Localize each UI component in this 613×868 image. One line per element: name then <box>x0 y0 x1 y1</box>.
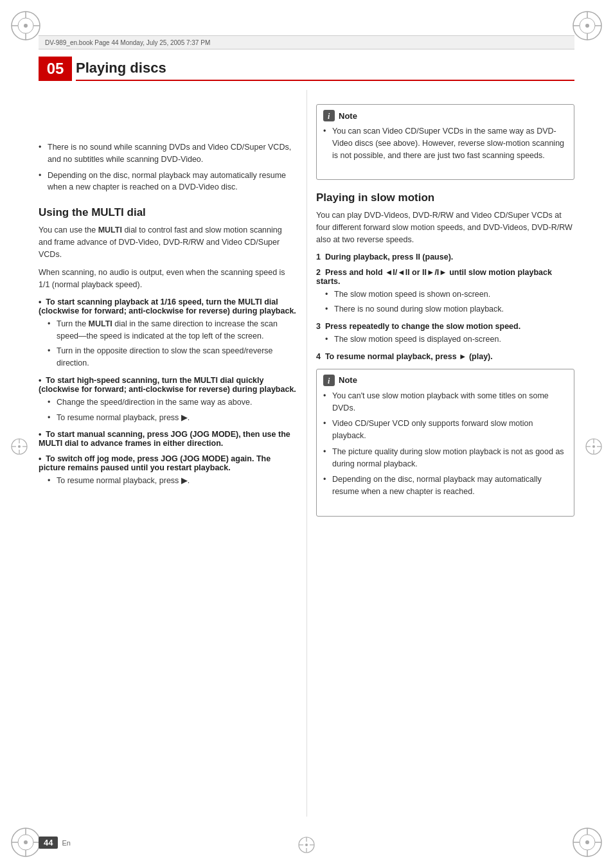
page-number: 44 <box>44 838 53 847</box>
slow-step-3-sub-1: The slow motion speed is displayed on-sc… <box>325 333 574 346</box>
note-bottom-bullet-2: Video CD/Super VCD only supports forward… <box>323 418 567 442</box>
note-box-top: i Note You can scan Video CD/Super VCDs … <box>316 104 574 180</box>
slow-motion-intro: You can play DVD-Videos, DVD-R/RW and Vi… <box>316 209 574 245</box>
slow-step-3: 3 Press repeatedly to change the slow mo… <box>316 322 574 346</box>
intro-bullet-2: Depending on the disc, normal playback m… <box>39 170 297 194</box>
note-box-bottom-header: i Note <box>323 375 567 386</box>
step-highspeed-sub-1: Change the speed/direction in the same w… <box>48 396 297 409</box>
header-bar: DV-989_en.book Page 44 Monday, July 25, … <box>39 35 574 49</box>
step-116-sub-1: Turn the MULTI dial in the same directio… <box>48 318 297 342</box>
page-number-box: 44 <box>39 837 58 849</box>
note-icon-top: i <box>323 110 335 121</box>
intro-bullet-1: There is no sound while scanning DVDs an… <box>39 141 297 166</box>
bottom-center-crosshair <box>297 835 316 856</box>
svg-point-23 <box>585 840 589 844</box>
step-highspeed-label: • To start high-speed scanning, turn the… <box>39 376 297 394</box>
right-column: i Note You can scan Video CD/Super VCDs … <box>316 90 574 817</box>
main-content: There is no sound while scanning DVDs an… <box>39 90 574 817</box>
svg-point-9 <box>585 24 589 28</box>
corner-decoration-br <box>568 823 607 862</box>
slow-step-2: 2 Press and hold ◄I/◄II or II►/I► until … <box>316 268 574 316</box>
note-bottom-bullet-3: The picture quality during slow motion p… <box>323 446 567 470</box>
step-jog-sub: To resume normal playback, press ▶. <box>39 475 297 487</box>
page-number-area: 44 En <box>39 837 71 849</box>
step-manual-scan: • To start manual scanning, press JOG (J… <box>39 430 297 448</box>
page-lang: En <box>62 839 70 847</box>
header-text: DV-989_en.book Page 44 Monday, July 25, … <box>45 39 210 46</box>
slow-step-2-label: 2 Press and hold ◄I/◄II or II►/I► until … <box>316 268 574 286</box>
svg-point-33 <box>18 445 21 448</box>
slow-step-2-sub: The slow motion speed is shown on-screen… <box>316 288 574 316</box>
left-mid-crosshair <box>10 437 29 458</box>
note-top-bullets: You can scan Video CD/Super VCDs in the … <box>323 125 567 161</box>
note-icon-bottom: i <box>323 375 335 386</box>
note-bottom-bullet-4: Depending on the disc, normal playback m… <box>323 474 567 498</box>
note-bottom-bullets: You can't use slow motion playback with … <box>323 390 567 498</box>
chapter-title-bar: Playing discs <box>76 57 574 81</box>
step-jog-off: • To switch off jog mode, press JOG (JOG… <box>39 454 297 487</box>
multi-dial-intro: You can use the MULTI dial to control fa… <box>39 224 297 260</box>
step-jog-label: • To switch off jog mode, press JOG (JOG… <box>39 454 297 472</box>
note-bottom-bullet-1: You can't use slow motion playback with … <box>323 390 567 414</box>
slow-motion-heading: Playing in slow motion <box>316 191 574 204</box>
slow-step-4-label: 4 To resume normal playback, press ► (pl… <box>316 352 574 361</box>
right-mid-crosshair <box>584 437 603 458</box>
slow-step-3-sub: The slow motion speed is displayed on-sc… <box>316 333 574 346</box>
left-column: There is no sound while scanning DVDs an… <box>39 90 297 817</box>
multi-dial-heading: Using the MULTI dial <box>39 206 297 219</box>
multi-dial-intro2: When scanning, no audio is output, even … <box>39 267 297 291</box>
svg-point-2 <box>24 24 28 28</box>
step-116-speed: • To start scanning playback at 1/16 spe… <box>39 297 297 369</box>
step-highspeed: • To start high-speed scanning, turn the… <box>39 376 297 424</box>
step-manual-label: • To start manual scanning, press JOG (J… <box>39 430 297 448</box>
svg-point-16 <box>24 840 28 844</box>
slow-step-1-label: 1 During playback, press II (pause). <box>316 252 574 261</box>
chapter-number-box: 05 <box>39 57 72 81</box>
step-jog-sub-1: To resume normal playback, press ▶. <box>48 475 297 487</box>
note-bottom-label: Note <box>339 375 357 385</box>
step-116-sub-2: Turn in the opposite direction to slow t… <box>48 345 297 369</box>
slow-step-4: 4 To resume normal playback, press ► (pl… <box>316 352 574 361</box>
slow-step-1: 1 During playback, press II (pause). <box>316 252 574 261</box>
step-116-sub: Turn the MULTI dial in the same directio… <box>39 318 297 369</box>
step-highspeed-sub: Change the speed/direction in the same w… <box>39 396 297 424</box>
chapter-title: Playing discs <box>76 60 166 76</box>
slow-step-2-sub-1: The slow motion speed is shown on-screen… <box>325 288 574 301</box>
slow-step-3-label: 3 Press repeatedly to change the slow mo… <box>316 322 574 331</box>
svg-point-39 <box>592 445 595 448</box>
step-116-label: • To start scanning playback at 1/16 spe… <box>39 297 297 315</box>
intro-bullet-list: There is no sound while scanning DVDs an… <box>39 141 297 193</box>
note-box-top-header: i Note <box>323 110 567 121</box>
note-top-label: Note <box>339 111 357 121</box>
chapter-number: 05 <box>47 60 64 78</box>
step-highspeed-sub-2: To resume normal playback, press ▶. <box>48 412 297 424</box>
svg-point-45 <box>305 844 308 846</box>
slow-step-2-sub-2: There is no sound during slow motion pla… <box>325 303 574 315</box>
note-top-bullet-1: You can scan Video CD/Super VCDs in the … <box>323 125 567 161</box>
note-box-bottom: i Note You can't use slow motion playbac… <box>316 369 574 517</box>
